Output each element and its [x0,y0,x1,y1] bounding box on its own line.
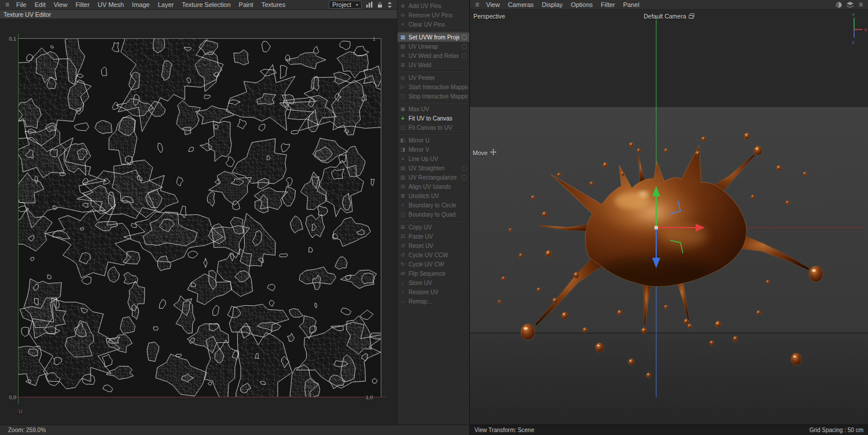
menu-image[interactable]: Image [128,1,154,9]
app-window: ≡ FileEditViewFilterUV MeshImageLayerTex… [0,0,868,435]
menu-view[interactable]: View [50,1,72,9]
command-uv-straighten[interactable]: ▤UV Straighten [398,163,469,173]
scroll-arrows-icon[interactable] [385,2,395,8]
command-start-interactive-mapping[interactable]: ▷Start Interactive Mapping [398,82,469,92]
menu-view[interactable]: View [482,1,504,9]
command-reset-uv[interactable]: ↺Reset UV [398,241,469,250]
menu-icon[interactable]: ≡ [856,1,866,9]
command-mirror-u[interactable]: ◧Mirror U [398,136,469,145]
command-boundary-to-quad[interactable]: ◻Boundary to Quad [398,210,469,219]
uv-editor-section: ≡ FileEditViewFilterUV MeshImageLayerTex… [0,0,469,435]
command-label: UV Weld [409,62,468,68]
gear-icon[interactable] [462,175,467,180]
uv-zoom-statusbar: Zoom: 259.0% [0,425,469,435]
command-label: UV Unwrap [409,43,459,50]
menu-cameras[interactable]: Cameras [504,1,538,9]
project-dropdown[interactable]: Project ▾ [329,1,362,9]
fit-canvas-uv-icon: ▢ [399,123,406,132]
display-mode-icon[interactable] [833,2,844,8]
pin-add-icon: ⊕ [399,1,406,10]
command-cycle-uv-ccw[interactable]: ↺Cycle UV CCW [398,250,469,259]
command-label: Add UV Pins [409,3,468,9]
command-label: Remove UV Pins [409,12,468,19]
uv-mesh-canvas[interactable] [18,38,381,397]
cycle-cw-icon: ↻ [399,259,406,269]
command-remap[interactable]: →Remap... [398,297,469,306]
menu-layer[interactable]: Layer [154,1,178,9]
cycle-ccw-icon: ↺ [399,250,406,259]
command-uv-unwrap[interactable]: ▧UV Unwrap [398,42,469,51]
command-store-uv[interactable]: ↓Store UV [398,278,469,287]
command-fit-canvas-to-uv[interactable]: ▢Fit Canvas to UV [398,123,469,132]
command-uv-peeler[interactable]: ◎UV Peeler [398,73,469,82]
histogram-icon[interactable] [364,2,375,8]
menu-textures[interactable]: Textures [258,1,290,9]
menu-panel[interactable]: Panel [619,1,643,9]
command-cycle-uv-cw[interactable]: ↻Cycle UV CW [398,259,469,269]
command-label: Line Up UV [409,156,468,162]
uv-editor-menubar: ≡ FileEditViewFilterUV MeshImageLayerTex… [0,0,397,10]
command-fit-uv-to-canvas[interactable]: +Fit UV to Canvas [398,114,469,123]
camera-switch-icon[interactable] [689,13,694,20]
command-separator [398,220,469,221]
command-label: Cycle UV CCW [409,252,468,258]
command-paste-uv[interactable]: ⊡Paste UV [398,232,469,241]
command-line-up-uv[interactable]: ≡Line Up UV [398,154,469,163]
command-remove-uv-pins[interactable]: ⊖Remove UV Pins [398,10,469,20]
uv-command-panel: ⊕Add UV Pins⊖Remove UV Pins×Clear UV Pin… [397,0,469,425]
camera-label[interactable]: Default Camera [643,13,694,20]
command-uv-weld[interactable]: ⊞UV Weld [398,60,469,70]
layers-icon[interactable] [844,2,856,8]
v-axis-line [18,34,19,404]
gear-icon[interactable] [462,44,467,49]
lock-icon[interactable] [375,2,385,8]
command-uv-rectangularize[interactable]: ▥UV Rectangularize [398,173,469,182]
command-mirror-v[interactable]: ◨Mirror V [398,145,469,154]
menu-icon[interactable]: ≡ [2,1,12,9]
viewport-3d[interactable]: YXZ Perspective Default Camera Move [470,10,868,425]
command-max-uv[interactable]: ▣Max UV [398,104,469,114]
reset-icon: ↺ [399,241,406,250]
view-label[interactable]: Perspective [473,13,505,20]
command-set-uvw-from-projection[interactable]: ▦Set UVW from Projection [398,32,469,42]
gear-icon[interactable] [462,166,467,171]
command-label: Copy UV [409,224,468,231]
menu-file[interactable]: File [12,1,31,9]
command-uv-weld-and-relax[interactable]: ≋UV Weld and Relax [398,51,469,60]
menu-edit[interactable]: Edit [31,1,50,9]
gear-icon[interactable] [462,35,467,40]
command-label: Max UV [409,106,468,112]
menu-display[interactable]: Display [538,1,567,9]
menu-options[interactable]: Options [567,1,597,9]
command-label: Clear UV Pins [409,21,468,28]
menu-filter[interactable]: Filter [71,1,93,9]
svg-text:X: X [864,27,867,32]
menu-uv-mesh[interactable]: UV Mesh [94,1,128,9]
gear-icon[interactable] [462,53,467,59]
tool-label-text: Move [473,149,488,156]
menu-icon[interactable]: ≡ [472,1,482,9]
flip-sequence-icon: ⇄ [399,269,406,278]
command-align-uv-islands[interactable]: ⊟Align UV Islands [398,182,469,191]
command-unstitch-uv[interactable]: ⊠Unstitch UV [398,191,469,200]
mirror-u-icon: ◧ [399,136,406,145]
u-axis-label: U [19,408,23,414]
command-restore-uv[interactable]: ↑Restore UV [398,287,469,297]
u-axis-line [13,397,386,397]
command-add-uv-pins[interactable]: ⊕Add UV Pins [398,1,469,10]
uvw-projection-icon: ▦ [399,32,406,42]
store-icon: ↓ [399,278,406,287]
menu-paint[interactable]: Paint [235,1,258,9]
command-flip-sequence[interactable]: ⇄Flip Sequence [398,269,469,278]
command-label: Flip Sequence [409,270,468,277]
command-label: Align UV Islands [409,184,468,190]
menu-texture-selection[interactable]: Texture Selection [178,1,234,9]
command-copy-uv[interactable]: ⊞Copy UV [398,222,469,232]
menu-filter[interactable]: Filter [597,1,619,9]
uv-canvas-area[interactable]: 0,1 1 0,0 1,0 U [0,19,397,425]
command-label: Start Interactive Mapping [409,84,468,90]
command-clear-uv-pins[interactable]: ×Clear UV Pins [398,20,469,29]
command-stop-interactive-mapping[interactable]: □Stop Interactive Mapping [398,92,469,101]
command-boundary-to-circle[interactable]: ○Boundary to Circle [398,200,469,210]
uv-corner-top-right: 1 [373,36,376,42]
